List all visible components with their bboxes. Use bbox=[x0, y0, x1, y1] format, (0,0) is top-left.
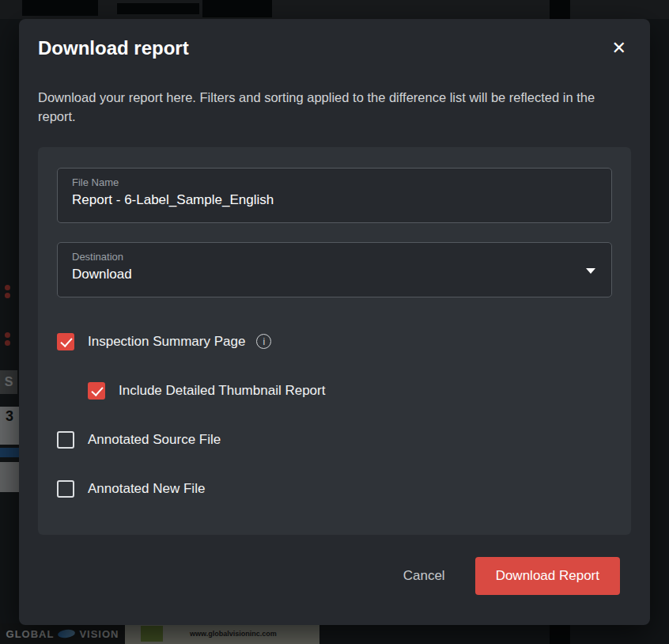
file-name-label: File Name bbox=[72, 176, 597, 188]
checkbox-row-annotated-source[interactable]: Annotated Source File bbox=[57, 429, 612, 451]
checkbox-label: Include Detailed Thumbnail Report bbox=[119, 383, 325, 399]
destination-select[interactable]: Destination Download bbox=[57, 242, 612, 297]
modal-footer: Cancel Download Report bbox=[38, 557, 631, 606]
detailed-thumbnail-checkbox[interactable] bbox=[88, 382, 105, 400]
modal-header: Download report ✕ bbox=[38, 36, 631, 60]
destination-label: Destination bbox=[72, 251, 597, 263]
inspection-summary-checkbox[interactable] bbox=[57, 333, 74, 350]
destination-value: Download bbox=[72, 267, 597, 282]
download-report-button[interactable]: Download Report bbox=[475, 557, 620, 595]
checkbox-label: Inspection Summary Page bbox=[88, 334, 245, 350]
checkbox-row-annotated-new[interactable]: Annotated New File bbox=[57, 478, 612, 500]
file-name-field: File Name bbox=[57, 168, 612, 223]
close-icon[interactable]: ✕ bbox=[607, 36, 631, 60]
checkbox-row-detailed-thumbnail[interactable]: Include Detailed Thumbnail Report bbox=[88, 380, 612, 402]
page-title: Download report bbox=[38, 37, 189, 59]
options-panel: File Name Destination Download Inspectio… bbox=[38, 147, 631, 535]
checkbox-label: Annotated New File bbox=[88, 481, 205, 497]
checkbox-label: Annotated Source File bbox=[88, 432, 221, 448]
cancel-button[interactable]: Cancel bbox=[400, 562, 448, 590]
annotated-new-checkbox[interactable] bbox=[57, 480, 74, 498]
info-glyph: i bbox=[263, 337, 266, 347]
annotated-source-checkbox[interactable] bbox=[57, 431, 74, 449]
file-name-input[interactable] bbox=[72, 192, 597, 208]
download-report-modal: Download report ✕ Download your report h… bbox=[19, 19, 650, 625]
chevron-down-icon bbox=[586, 268, 595, 274]
checkbox-row-inspection-summary[interactable]: Inspection Summary Page i bbox=[57, 331, 612, 353]
modal-description: Download your report here. Filters and s… bbox=[38, 89, 631, 127]
info-icon[interactable]: i bbox=[256, 334, 271, 349]
